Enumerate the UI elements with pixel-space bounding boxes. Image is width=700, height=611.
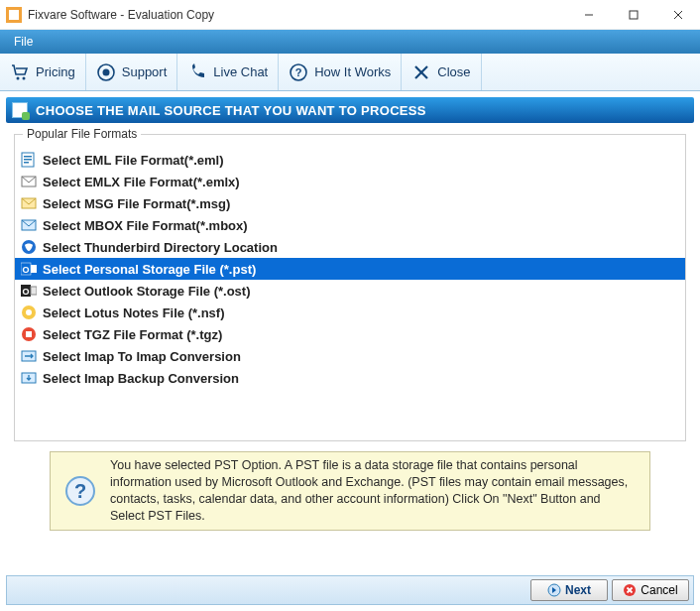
- svg-rect-16: [24, 159, 32, 161]
- info-text: You have selected PST Option. A PST file…: [110, 457, 636, 525]
- option-eml[interactable]: Select EML File Format(*.eml): [15, 149, 685, 171]
- option-imap-label: Select Imap To Imap Conversion: [43, 349, 241, 364]
- question-icon: ?: [289, 62, 308, 82]
- option-imap-backup[interactable]: Select Imap Backup Conversion: [15, 367, 685, 389]
- imap-sync-icon: [21, 348, 37, 364]
- svg-point-29: [26, 309, 32, 315]
- option-ost[interactable]: O Select Outlook Storage File (*.ost): [15, 280, 685, 302]
- toolbar-pricing-label: Pricing: [36, 64, 75, 79]
- option-imap-to-imap[interactable]: Select Imap To Imap Conversion: [15, 345, 685, 367]
- svg-point-7: [23, 76, 26, 79]
- window-controls: [566, 0, 700, 30]
- app-logo-icon: [6, 7, 22, 23]
- svg-point-6: [17, 76, 20, 79]
- option-mbox[interactable]: Select MBOX File Format(*.mbox): [15, 214, 685, 236]
- phone-icon: [187, 62, 207, 82]
- cancel-button-label: Cancel: [641, 583, 677, 597]
- thunderbird-icon: [21, 239, 37, 255]
- menubar: File: [0, 30, 700, 54]
- info-question-icon: ?: [64, 475, 96, 507]
- format-option-list: Select EML File Format(*.eml) Select EML…: [15, 145, 685, 393]
- option-msg-label: Select MSG File Format(*.msg): [43, 196, 230, 211]
- titlebar: Fixvare Software - Evaluation Copy: [0, 0, 700, 30]
- msg-icon: [21, 195, 37, 211]
- toolbar-close-label: Close: [437, 64, 470, 79]
- banner: CHOOSE THE MAIL SOURCE THAT YOU WANT TO …: [6, 97, 694, 123]
- option-thunderbird-label: Select Thunderbird Directory Location: [43, 240, 278, 255]
- window-close-button[interactable]: [655, 0, 700, 30]
- option-tgz-label: Select TGZ File Format (*.tgz): [43, 327, 222, 342]
- file-formats-group: Popular File Formats Select EML File For…: [14, 134, 686, 441]
- group-legend: Popular File Formats: [23, 127, 141, 141]
- next-button[interactable]: Next: [530, 579, 608, 601]
- tgz-icon: [21, 326, 37, 342]
- toolbar-close-button[interactable]: Close: [402, 54, 481, 90]
- cart-icon: [10, 62, 30, 82]
- svg-rect-27: [31, 287, 37, 295]
- toolbar-support-label: Support: [122, 64, 168, 79]
- toolbar-howitworks-label: How It Works: [314, 64, 391, 79]
- svg-point-9: [102, 68, 109, 75]
- option-pst[interactable]: O Select Personal Storage File (*.pst): [15, 258, 685, 280]
- option-imap-backup-label: Select Imap Backup Conversion: [43, 371, 239, 386]
- toolbar-howitworks-button[interactable]: ? How It Works: [279, 54, 402, 90]
- envelope-icon: [21, 174, 37, 189]
- svg-rect-15: [24, 156, 32, 158]
- svg-text:O: O: [22, 287, 29, 297]
- svg-rect-17: [24, 162, 29, 164]
- toolbar: Pricing Support Live Chat ? How It Works…: [0, 54, 700, 91]
- svg-rect-24: [31, 265, 37, 273]
- document-plus-icon: [12, 102, 28, 118]
- info-panel: ? You have selected PST Option. A PST fi…: [50, 451, 650, 531]
- outlook-ost-icon: O: [21, 283, 37, 299]
- eml-icon: [21, 152, 37, 168]
- window-maximize-button[interactable]: [611, 0, 655, 30]
- option-nsf[interactable]: Select Lotus Notes File (*.nsf): [15, 302, 685, 323]
- outlook-pst-icon: O: [21, 261, 37, 277]
- arrow-right-icon: [547, 583, 561, 597]
- window-title: Fixvare Software - Evaluation Copy: [28, 8, 566, 22]
- headset-icon: [96, 62, 116, 82]
- cancel-button[interactable]: Cancel: [612, 579, 689, 601]
- menu-file[interactable]: File: [8, 33, 39, 51]
- svg-rect-31: [26, 331, 32, 337]
- next-button-label: Next: [565, 583, 591, 597]
- option-nsf-label: Select Lotus Notes File (*.nsf): [43, 306, 224, 320]
- lotus-notes-icon: [21, 305, 37, 320]
- mbox-icon: [21, 217, 37, 233]
- svg-rect-1: [9, 10, 19, 20]
- svg-text:?: ?: [74, 480, 86, 502]
- option-eml-label: Select EML File Format(*.eml): [43, 153, 224, 168]
- option-mbox-label: Select MBOX File Format(*.mbox): [43, 218, 248, 233]
- svg-rect-3: [630, 11, 638, 19]
- svg-text:O: O: [22, 265, 29, 275]
- close-icon: [411, 62, 431, 82]
- cancel-icon: [623, 583, 637, 597]
- toolbar-livechat-label: Live Chat: [213, 64, 268, 79]
- svg-text:?: ?: [295, 66, 302, 78]
- toolbar-pricing-button[interactable]: Pricing: [0, 54, 86, 90]
- option-emlx-label: Select EMLX File Format(*.emlx): [43, 175, 240, 189]
- toolbar-livechat-button[interactable]: Live Chat: [177, 54, 279, 90]
- window-minimize-button[interactable]: [566, 0, 611, 30]
- imap-backup-icon: [21, 370, 37, 386]
- option-pst-label: Select Personal Storage File (*.pst): [43, 262, 256, 277]
- toolbar-support-button[interactable]: Support: [86, 54, 178, 90]
- banner-text: CHOOSE THE MAIL SOURCE THAT YOU WANT TO …: [36, 103, 426, 118]
- option-msg[interactable]: Select MSG File Format(*.msg): [15, 192, 685, 214]
- option-emlx[interactable]: Select EMLX File Format(*.emlx): [15, 171, 685, 192]
- option-tgz[interactable]: Select TGZ File Format (*.tgz): [15, 323, 685, 345]
- bottom-bar: Next Cancel: [6, 575, 694, 605]
- option-thunderbird[interactable]: Select Thunderbird Directory Location: [15, 236, 685, 258]
- option-ost-label: Select Outlook Storage File (*.ost): [43, 284, 250, 299]
